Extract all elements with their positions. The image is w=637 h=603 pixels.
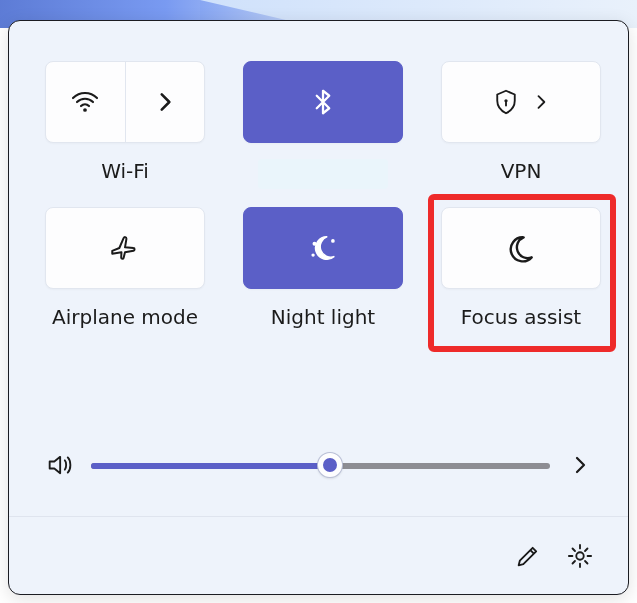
wifi-icon xyxy=(69,86,101,118)
svg-point-6 xyxy=(576,552,583,559)
footer-bar xyxy=(9,516,628,594)
settings-gear-icon[interactable] xyxy=(566,542,594,570)
slider-thumb[interactable] xyxy=(318,453,342,477)
chevron-right-icon[interactable] xyxy=(531,92,551,112)
volume-expand[interactable] xyxy=(568,453,592,477)
tile-wrap-wifi: Wi-Fi xyxy=(45,61,205,189)
airplane-icon xyxy=(108,231,142,265)
svg-point-3 xyxy=(316,250,318,252)
shield-lock-icon[interactable] xyxy=(491,87,521,117)
wifi-toggle[interactable] xyxy=(46,62,126,142)
speaker-icon[interactable] xyxy=(45,451,73,479)
vpn-label: VPN xyxy=(501,159,542,187)
wifi-label: Wi-Fi xyxy=(101,159,149,187)
tile-wrap-bluetooth xyxy=(243,61,403,189)
vpn-tile xyxy=(441,61,601,143)
bluetooth-label xyxy=(258,159,388,189)
nightlight-tile[interactable] xyxy=(243,207,403,289)
airplane-tile[interactable] xyxy=(45,207,205,289)
svg-point-2 xyxy=(313,242,316,245)
highlight-box xyxy=(428,194,616,352)
chevron-right-icon xyxy=(152,89,178,115)
tile-wrap-nightlight: Night light xyxy=(243,207,403,333)
volume-row xyxy=(45,451,592,479)
bluetooth-tile[interactable] xyxy=(243,61,403,143)
wifi-expand[interactable] xyxy=(126,62,205,142)
bluetooth-icon xyxy=(308,87,338,117)
nightlight-label: Night light xyxy=(271,305,375,333)
slider-fill xyxy=(91,463,330,469)
wifi-tile xyxy=(45,61,205,143)
quick-settings-panel: Wi-Fi xyxy=(8,20,629,595)
svg-point-0 xyxy=(83,108,87,112)
night-light-icon xyxy=(306,231,340,265)
tile-wrap-airplane: Airplane mode xyxy=(45,207,205,333)
edit-pencil-icon[interactable] xyxy=(514,542,542,570)
tile-wrap-vpn: VPN xyxy=(441,61,601,189)
airplane-label: Airplane mode xyxy=(52,305,198,333)
volume-slider[interactable] xyxy=(91,455,550,475)
svg-point-5 xyxy=(332,240,334,242)
svg-point-4 xyxy=(312,254,314,256)
